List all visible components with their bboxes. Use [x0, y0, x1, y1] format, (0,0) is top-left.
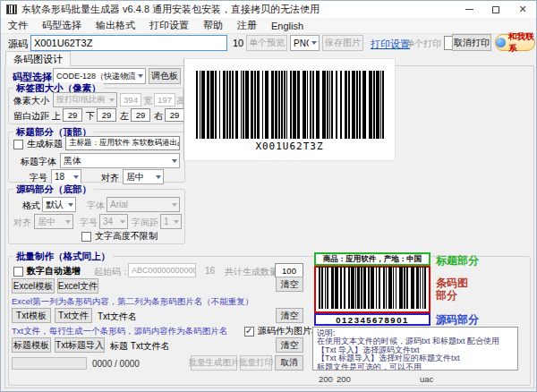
source-size-label: 字号 — [80, 217, 98, 229]
title-part-tag: 标题部分 — [436, 253, 479, 268]
barcode-preview-canvas: X001U62T3Z — [183, 58, 396, 161]
char-spacing-select[interactable]: 1 — [160, 214, 182, 229]
menu-print-settings[interactable]: 打印设置 — [149, 19, 189, 32]
chevron-down-icon — [109, 98, 115, 102]
chevron-down-icon — [73, 175, 79, 179]
source-align-label: 对齐 — [13, 217, 31, 229]
chevron-down-icon — [138, 74, 143, 78]
txt-file-button[interactable]: Txt文件 — [55, 308, 92, 323]
margin-bottom-input[interactable]: 29 — [97, 108, 116, 122]
clear-excel-button[interactable]: 清空 — [276, 277, 303, 292]
char-spacing-label: 字间距 — [132, 217, 158, 229]
batch-print-button[interactable]: 批量打印 — [240, 355, 272, 371]
minimize-icon — [465, 9, 473, 10]
progress-text: 0000 / 0000 — [92, 359, 140, 369]
format-label: 格式 — [22, 200, 40, 212]
generate-title-checkbox[interactable]: 生成标题 — [13, 138, 63, 150]
status-dim-width: 200 — [319, 374, 333, 384]
margin-left-label: 左 — [120, 110, 129, 123]
total-count-label: 共计生成数量 — [225, 266, 278, 278]
clear-txt-button[interactable]: 清空 — [276, 308, 303, 323]
margin-top-input[interactable]: 29 — [63, 108, 82, 122]
single-preview-button[interactable]: 单个预览 — [246, 35, 287, 51]
source-align-select[interactable]: 居中 — [34, 214, 73, 229]
margin-right-input[interactable]: 29 — [165, 108, 184, 122]
close-icon: ✕ — [518, 4, 526, 15]
title-align-select[interactable]: 居中 — [123, 169, 164, 184]
source-input[interactable]: X001U62T3Z — [30, 35, 227, 51]
progress-bar — [12, 357, 87, 370]
excel-template-button[interactable]: Excel模板 — [12, 278, 55, 294]
menu-register[interactable]: 注册 — [237, 19, 257, 32]
source-size-select[interactable]: 34 — [99, 214, 128, 229]
clear-title-button[interactable]: 清空 — [276, 337, 303, 353]
print-settings-link[interactable]: 打印设置 — [371, 38, 410, 51]
example-barcode-image — [319, 267, 426, 312]
chevron-down-icon — [172, 159, 177, 163]
margin-label: 留白边距 — [13, 110, 49, 123]
maximize-button[interactable] — [482, 1, 509, 18]
title-align-label: 对齐 — [101, 172, 119, 184]
instructions-line: 标题文件是可选的，可以不用 — [317, 363, 514, 371]
start-code-label: 起始码： — [94, 266, 130, 278]
menu-help[interactable]: 帮助 — [203, 19, 223, 32]
save-image-button[interactable]: 保存图片 — [322, 35, 363, 51]
main-title-input[interactable]: 主标题：应用软件 东软数码港出品 — [65, 136, 180, 150]
app-window: 东软条形码批量生成器 v6.4.8 通用安装包安装，直接拷贝的无法使用 ✕ 文件… — [0, 0, 537, 392]
single-print-label: 单个打印 — [405, 38, 441, 50]
start-code-length: 16 — [205, 266, 215, 276]
menu-bar: 文件 码型选择 输出格式 打印设置 帮助 注册 English — [1, 18, 536, 34]
title-bar: 东软条形码批量生成器 v6.4.8 通用安装包安装，直接拷贝的无法使用 ✕ — [1, 1, 536, 18]
title-size-select[interactable]: 18 — [51, 169, 81, 184]
minimize-button[interactable] — [456, 1, 482, 18]
menu-code-type[interactable]: 码型选择 — [42, 19, 81, 32]
excel-hint: Excel第一列为条形码内容，第二列为条形码图片名（不能重复） — [12, 296, 253, 308]
title-filename-label: 标题 Txt文件名 — [110, 340, 170, 353]
contact-button[interactable]: 和我联系 — [495, 34, 535, 51]
chevron-down-icon — [172, 203, 177, 207]
title-size-label: 字号 — [30, 172, 47, 184]
maximize-icon — [492, 6, 499, 13]
menu-file[interactable]: 文件 — [8, 19, 28, 32]
start-code-input[interactable]: ABC0000000000001 — [128, 263, 196, 277]
checkbox-icon — [13, 140, 23, 149]
menu-english[interactable]: English — [271, 21, 303, 31]
pixel-mode-select[interactable]: 按打印纸比例 — [53, 92, 117, 107]
chevron-down-icon — [65, 220, 71, 224]
title-font-select[interactable]: 黑体 — [60, 153, 180, 168]
chevron-down-icon — [68, 203, 73, 207]
total-count-input[interactable]: 100 — [275, 263, 303, 277]
cancel-button[interactable]: 取消 — [275, 355, 303, 371]
unlimited-height-checkbox[interactable]: 文字高度不限制 — [81, 230, 158, 243]
title-font-label: 标题字体 — [21, 156, 56, 168]
app-icon — [6, 4, 17, 14]
chevron-down-icon — [311, 41, 317, 45]
char-count: 10 — [233, 38, 243, 48]
source-font-label: 字体 — [87, 200, 105, 212]
palette-button[interactable]: 调色板 — [149, 68, 181, 84]
batch-generate-button[interactable]: 批量生成图片 — [191, 355, 237, 371]
checkbox-icon — [13, 267, 23, 277]
source-as-name-checkbox[interactable]: 源码作为图片名 — [244, 325, 320, 337]
txt-title-import-button[interactable]: Txt标题导入 — [55, 337, 105, 353]
source-format-select[interactable]: 默认 — [42, 197, 76, 212]
auto-increment-checkbox[interactable]: 数字自动递增 — [13, 265, 81, 277]
excel-file-button[interactable]: Excel文件 — [57, 278, 98, 294]
source-font-select[interactable]: Arial — [107, 197, 180, 212]
cancel-print-button[interactable]: 取消打印 — [452, 34, 491, 51]
margin-left-input[interactable]: 29 — [131, 108, 150, 122]
status-note: uac — [420, 374, 433, 384]
margin-right-label: 右 — [154, 110, 163, 123]
close-button[interactable]: ✕ — [509, 1, 536, 18]
width-input[interactable]: 394 — [120, 93, 141, 107]
menu-output-format[interactable]: 输出格式 — [96, 19, 135, 32]
width-unit: 宽 — [143, 95, 152, 107]
status-dim-height: 200 — [337, 374, 351, 384]
window-title: 东软条形码批量生成器 v6.4.8 通用安装包安装，直接拷贝的无法使用 — [21, 3, 320, 16]
format-select[interactable]: PNG — [290, 35, 320, 51]
height-input[interactable]: 197 — [154, 93, 175, 107]
txt-template-button[interactable]: Txt模板 — [12, 308, 51, 323]
title-template-button[interactable]: 标题模板 — [12, 337, 51, 353]
source-label: 源码 — [8, 38, 28, 51]
tab-barcode-design[interactable]: 条码图设计 — [5, 51, 71, 66]
